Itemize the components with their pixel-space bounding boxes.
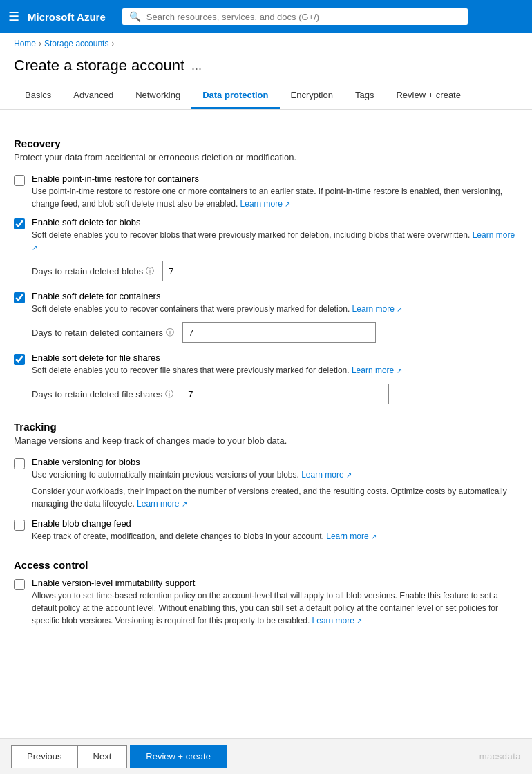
option-immutability: Enable version-level immutability suppor… — [14, 578, 518, 627]
days-retain-containers-row: Days to retain deleted containers ⓘ — [32, 322, 518, 343]
brand-name: Microsoft Azure — [28, 11, 106, 23]
option-point-in-time: Enable point-in-time restore for contain… — [14, 173, 518, 210]
option-change-feed: Enable blob change feed Keep track of cr… — [14, 518, 518, 542]
desc-soft-delete-containers: Soft delete enables you to recover conta… — [32, 303, 518, 315]
external-link-icon-blobs: ↗ — [32, 244, 37, 252]
external-link-icon-versioning-1: ↗ — [346, 471, 352, 479]
desc-soft-delete-fileshares: Soft delete enables you to recover file … — [32, 364, 518, 377]
watermark: macsdata — [479, 751, 521, 762]
option-versioning: Enable versioning for blobs Use versioni… — [14, 457, 518, 510]
checkbox-point-in-time[interactable] — [14, 175, 25, 186]
tracking-title: Tracking — [14, 421, 518, 433]
label-soft-delete-fileshares[interactable]: Enable soft delete for file shares — [32, 352, 160, 363]
tab-tags[interactable]: Tags — [344, 83, 385, 109]
label-versioning[interactable]: Enable versioning for blobs — [32, 457, 140, 467]
label-soft-delete-containers[interactable]: Enable soft delete for containers — [32, 291, 160, 301]
recovery-title: Recovery — [14, 138, 518, 149]
checkbox-soft-delete-containers[interactable] — [14, 292, 25, 303]
checkbox-soft-delete-fileshares[interactable] — [14, 354, 25, 365]
checkbox-versioning[interactable] — [14, 458, 25, 469]
label-soft-delete-blobs[interactable]: Enable soft delete for blobs — [32, 217, 141, 227]
days-input-fileshares[interactable] — [182, 384, 389, 404]
learn-more-change-feed[interactable]: Learn more ↗ — [326, 531, 377, 541]
option-soft-delete-containers: Enable soft delete for containers Soft d… — [14, 291, 518, 343]
breadcrumb-home[interactable]: Home — [14, 39, 36, 48]
learn-more-immutability[interactable]: Learn more ↗ — [312, 616, 363, 625]
tab-bar: Basics Advanced Networking Data protecti… — [0, 83, 532, 110]
external-link-icon: ↗ — [285, 200, 290, 208]
external-link-icon-change-feed: ↗ — [371, 533, 377, 540]
info-icon-blobs: ⓘ — [146, 265, 154, 277]
days-label-containers: Days to retain deleted containers ⓘ — [32, 327, 174, 339]
access-control-title: Access control — [14, 559, 518, 571]
search-input[interactable] — [146, 12, 461, 22]
recovery-desc: Protect your data from accidental or err… — [14, 152, 518, 162]
nav-buttons: Previous Next Review + create — [11, 745, 227, 768]
recovery-section: Recovery Protect your data from accident… — [14, 138, 518, 404]
tab-networking[interactable]: Networking — [124, 83, 191, 109]
main-content: Recovery Protect your data from accident… — [0, 110, 532, 689]
page-title-row: Create a storage account ... — [0, 54, 532, 83]
tab-review-create[interactable]: Review + create — [385, 83, 472, 109]
tab-basics[interactable]: Basics — [14, 83, 62, 109]
desc-versioning-1: Use versioning to automatically maintain… — [32, 469, 518, 481]
access-control-section: Access control Enable version-level immu… — [14, 559, 518, 627]
learn-more-soft-delete-fileshares[interactable]: Learn more ↗ — [352, 366, 402, 375]
tab-data-protection[interactable]: Data protection — [191, 83, 279, 109]
label-point-in-time[interactable]: Enable point-in-time restore for contain… — [32, 173, 199, 184]
breadcrumb-sep-2: › — [111, 39, 114, 48]
desc-immutability: Allows you to set time-based retention p… — [32, 589, 518, 627]
review-create-button[interactable]: Review + create — [130, 745, 227, 768]
search-box[interactable]: 🔍 — [122, 8, 468, 25]
page-title: Create a storage account — [14, 57, 184, 75]
external-link-icon-fileshares: ↗ — [397, 367, 402, 375]
days-label-fileshares: Days to retain deleted file shares ⓘ — [32, 388, 173, 400]
days-input-containers[interactable] — [182, 322, 376, 343]
search-icon: 🔍 — [129, 11, 141, 22]
option-soft-delete-blobs: Enable soft delete for blobs Soft delete… — [14, 217, 518, 281]
desc-change-feed: Keep track of create, modification, and … — [32, 530, 518, 542]
checkbox-soft-delete-blobs[interactable] — [14, 218, 25, 229]
bottom-bar: Previous Next Review + create macsdata — [0, 738, 532, 774]
breadcrumb: Home › Storage accounts › — [0, 33, 532, 54]
next-button[interactable]: Next — [78, 745, 128, 768]
learn-more-soft-delete-containers[interactable]: Learn more ↗ — [352, 304, 403, 314]
breadcrumb-sep-1: › — [39, 39, 41, 48]
desc-soft-delete-blobs: Soft delete enables you to recover blobs… — [32, 229, 518, 254]
breadcrumb-storage-accounts[interactable]: Storage accounts — [44, 39, 108, 48]
days-label-blobs: Days to retain deleted blobs ⓘ — [32, 265, 154, 277]
option-soft-delete-fileshares: Enable soft delete for file shares Soft … — [14, 352, 518, 404]
top-navigation: ☰ Microsoft Azure 🔍 — [0, 0, 532, 33]
days-retain-blobs-row: Days to retain deleted blobs ⓘ — [32, 261, 518, 281]
info-icon-containers: ⓘ — [166, 327, 174, 339]
tracking-desc: Manage versions and keep track of change… — [14, 435, 518, 446]
checkbox-immutability[interactable] — [14, 579, 25, 590]
external-link-icon-immutability: ↗ — [357, 617, 362, 625]
tracking-section: Tracking Manage versions and keep track … — [14, 421, 518, 542]
info-icon-fileshares: ⓘ — [165, 388, 173, 400]
hamburger-icon[interactable]: ☰ — [8, 9, 19, 24]
external-link-icon-versioning-2: ↗ — [182, 500, 187, 508]
tab-encryption[interactable]: Encryption — [280, 83, 344, 109]
label-immutability[interactable]: Enable version-level immutability suppor… — [32, 578, 195, 588]
page-options-dots[interactable]: ... — [191, 59, 202, 73]
label-change-feed[interactable]: Enable blob change feed — [32, 518, 131, 529]
days-input-blobs[interactable] — [162, 261, 459, 281]
learn-more-versioning-2[interactable]: Learn more ↗ — [137, 499, 187, 509]
learn-more-point-in-time[interactable]: Learn more ↗ — [240, 199, 291, 209]
external-link-icon-containers: ↗ — [397, 305, 402, 313]
learn-more-versioning-1[interactable]: Learn more ↗ — [301, 470, 352, 480]
days-retain-fileshares-row: Days to retain deleted file shares ⓘ — [32, 384, 518, 404]
tab-advanced[interactable]: Advanced — [62, 83, 124, 109]
checkbox-change-feed[interactable] — [14, 520, 25, 531]
desc-versioning-2: Consider your workloads, their impact on… — [32, 485, 518, 510]
learn-more-soft-delete-blobs[interactable]: Learn more ↗ — [32, 230, 515, 252]
previous-button[interactable]: Previous — [11, 745, 78, 768]
desc-point-in-time: Use point-in-time restore to restore one… — [32, 185, 518, 210]
